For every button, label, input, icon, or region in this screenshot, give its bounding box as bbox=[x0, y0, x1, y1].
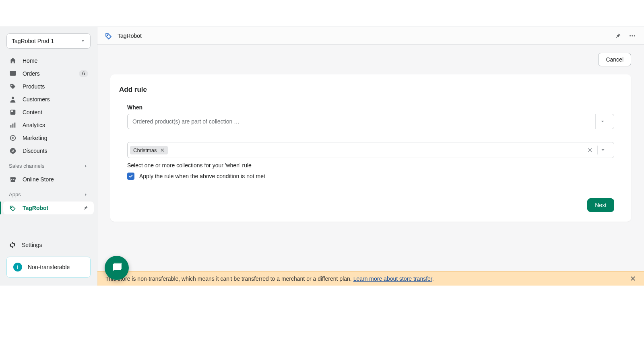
store-switcher[interactable]: TagRobot Prod 1 bbox=[6, 33, 91, 49]
svg-point-15 bbox=[11, 207, 12, 208]
sidebar-item-home[interactable]: Home bbox=[3, 54, 94, 67]
store-switcher-label: TagRobot Prod 1 bbox=[12, 38, 54, 44]
collections-multiselect[interactable]: Christmas ✕ ✕ bbox=[127, 142, 614, 158]
sidebar-item-analytics[interactable]: Analytics bbox=[3, 119, 94, 132]
sidebar-item-content[interactable]: Content bbox=[3, 106, 94, 119]
svg-rect-6 bbox=[10, 125, 12, 128]
when-select-value: Ordered product(s) are part of collectio… bbox=[132, 118, 239, 125]
pin-app-button[interactable] bbox=[613, 31, 622, 40]
svg-point-13 bbox=[13, 151, 14, 152]
svg-point-19 bbox=[634, 35, 635, 36]
sidebar-item-label: Content bbox=[23, 109, 42, 115]
sidebar-item-customers[interactable]: Customers bbox=[3, 93, 94, 106]
content-icon bbox=[9, 108, 17, 116]
sales-channels-header[interactable]: Sales channels bbox=[0, 159, 97, 171]
sidebar-item-label: Online Store bbox=[23, 176, 54, 183]
rule-form: When Ordered product(s) are part of coll… bbox=[119, 104, 622, 212]
when-label: When bbox=[127, 104, 614, 111]
apps-header[interactable]: Apps bbox=[0, 187, 97, 200]
gear-icon bbox=[9, 241, 16, 249]
chevron-right-icon bbox=[83, 164, 88, 169]
chip-label: Christmas bbox=[133, 147, 157, 153]
svg-point-18 bbox=[632, 35, 633, 36]
svg-point-10 bbox=[12, 137, 14, 139]
orders-badge: 6 bbox=[79, 70, 88, 77]
chevron-right-icon bbox=[83, 192, 88, 197]
apps-nav: TagRobot bbox=[0, 200, 97, 216]
svg-point-12 bbox=[12, 150, 12, 150]
sidebar-item-tagrobot[interactable]: TagRobot bbox=[3, 202, 94, 214]
sidebar-item-label: Analytics bbox=[23, 122, 45, 128]
info-card-label: Non-transferable bbox=[28, 264, 70, 270]
sidebar-item-label: TagRobot bbox=[23, 205, 48, 211]
svg-point-2 bbox=[11, 85, 12, 86]
sidebar-bottom: Settings i Non-transferable bbox=[0, 238, 97, 286]
main: TagRobot Cancel Add rule When Ordered pr… bbox=[97, 27, 644, 286]
svg-rect-7 bbox=[12, 123, 14, 128]
banner-close-icon[interactable]: ✕ bbox=[630, 274, 636, 283]
svg-point-16 bbox=[107, 35, 108, 35]
page-actions-top: Cancel bbox=[110, 53, 631, 66]
sidebar-item-label: Home bbox=[23, 58, 37, 64]
svg-rect-14 bbox=[11, 180, 15, 182]
clear-all-icon[interactable]: ✕ bbox=[585, 146, 595, 154]
chip-remove-icon[interactable]: ✕ bbox=[160, 147, 165, 153]
transfer-warning-banner: This store is non-transferable, which me… bbox=[97, 271, 644, 286]
svg-rect-8 bbox=[14, 123, 16, 128]
chat-fab[interactable] bbox=[105, 256, 129, 280]
sidebar-item-discounts[interactable]: Discounts bbox=[3, 144, 94, 157]
app-tag-icon bbox=[105, 32, 113, 40]
analytics-icon bbox=[9, 121, 17, 129]
orders-icon bbox=[9, 70, 17, 78]
add-rule-card: Add rule When Ordered product(s) are par… bbox=[110, 74, 631, 222]
section-header-label: Sales channels bbox=[9, 163, 44, 169]
chevron-down-icon[interactable] bbox=[600, 147, 611, 153]
discounts-icon bbox=[9, 147, 17, 155]
app-title: TagRobot bbox=[118, 33, 142, 39]
banner-text: This store is non-transferable, which me… bbox=[105, 276, 434, 282]
sidebar-item-products[interactable]: Products bbox=[3, 80, 94, 93]
sidebar-item-marketing[interactable]: Marketing bbox=[3, 132, 94, 144]
sidebar-item-label: Orders bbox=[23, 70, 40, 77]
sidebar-item-label: Products bbox=[23, 83, 45, 90]
collections-helper-text: Select one or more collections for your … bbox=[127, 162, 614, 169]
next-button[interactable]: Next bbox=[587, 198, 614, 212]
app-shell: TagRobot Prod 1 Home Orders 6 Products C… bbox=[0, 27, 644, 286]
sales-channels-nav: Online Store bbox=[0, 171, 97, 187]
sidebar-item-settings[interactable]: Settings bbox=[3, 238, 94, 252]
svg-rect-5 bbox=[11, 111, 13, 113]
invert-condition-label: Apply the rule when the above condition … bbox=[139, 173, 265, 179]
app-tag-icon bbox=[9, 204, 17, 212]
section-header-label: Apps bbox=[9, 191, 21, 197]
sidebar-item-online-store[interactable]: Online Store bbox=[3, 173, 94, 186]
home-icon bbox=[9, 57, 17, 65]
svg-point-3 bbox=[12, 97, 14, 99]
non-transferable-card[interactable]: i Non-transferable bbox=[6, 257, 91, 278]
sidebar-item-label: Marketing bbox=[23, 135, 47, 141]
chevron-down-icon bbox=[595, 114, 609, 129]
invert-condition-checkbox[interactable] bbox=[127, 173, 134, 180]
pin-icon[interactable] bbox=[83, 205, 88, 211]
caret-down-icon bbox=[80, 39, 85, 43]
topbar-actions bbox=[613, 31, 637, 40]
sidebar-item-label: Customers bbox=[23, 96, 50, 103]
when-condition-select[interactable]: Ordered product(s) are part of collectio… bbox=[127, 114, 614, 129]
cancel-button[interactable]: Cancel bbox=[598, 53, 631, 66]
svg-rect-1 bbox=[10, 71, 16, 72]
sidebar: TagRobot Prod 1 Home Orders 6 Products C… bbox=[0, 27, 97, 286]
primary-nav: Home Orders 6 Products Customers Content bbox=[0, 53, 97, 159]
invert-condition-row: Apply the rule when the above condition … bbox=[127, 173, 614, 180]
card-title: Add rule bbox=[119, 86, 622, 94]
card-footer: Next bbox=[127, 198, 614, 212]
settings-label: Settings bbox=[22, 242, 42, 248]
separator bbox=[597, 146, 598, 154]
banner-text-prefix: This store is non-transferable, which me… bbox=[105, 276, 353, 282]
app-topbar: TagRobot bbox=[97, 27, 644, 45]
sidebar-item-orders[interactable]: Orders 6 bbox=[3, 67, 94, 80]
more-actions-button[interactable] bbox=[628, 31, 637, 40]
content-area: Cancel Add rule When Ordered product(s) … bbox=[97, 45, 644, 231]
collection-chip: Christmas ✕ bbox=[130, 146, 168, 154]
svg-rect-0 bbox=[10, 72, 16, 76]
sidebar-item-label: Discounts bbox=[23, 148, 47, 154]
banner-learn-more-link[interactable]: Learn more about store transfer bbox=[353, 276, 432, 282]
